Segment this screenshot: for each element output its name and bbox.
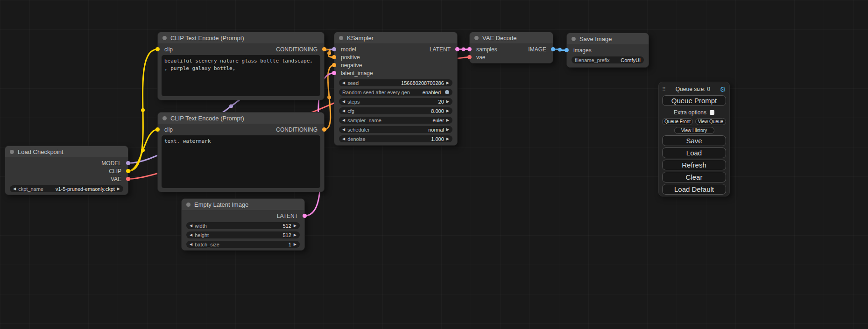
node-collapse-dot[interactable] <box>339 36 343 40</box>
link-midpoint-dot <box>141 108 145 112</box>
slot-row: clip CONDITIONING <box>158 45 324 53</box>
widget-value: normal <box>428 127 444 133</box>
prev-arrow-icon[interactable]: ◀ <box>342 119 345 122</box>
decrement-arrow-icon[interactable]: ◀ <box>190 224 192 228</box>
positive-input-port[interactable] <box>332 55 336 59</box>
slot-label: samples <box>476 46 497 53</box>
node-collapse-dot[interactable] <box>162 116 167 120</box>
widget-value: 1 <box>289 242 291 247</box>
node-vae-decode[interactable]: VAE Decode samples IMAGE vae <box>469 32 553 63</box>
slot-label: MODEL <box>101 160 121 167</box>
increment-arrow-icon[interactable]: ▶ <box>446 137 449 141</box>
widget-seed[interactable]: ◀ seed 156680208700286 ▶ <box>339 79 452 86</box>
node-title-bar[interactable]: VAE Decode <box>470 32 553 43</box>
widget-batch-size[interactable]: ◀ batch_size 1 ▶ <box>186 241 300 248</box>
clip-output-port[interactable] <box>126 169 130 173</box>
increment-arrow-icon[interactable]: ▶ <box>294 233 296 237</box>
input-slot-latent-image: latent_image <box>334 69 457 77</box>
prompt-textarea[interactable]: beautiful scenery nature glass bottle la… <box>162 55 320 96</box>
widget-steps[interactable]: ◀ steps 20 ▶ <box>339 98 452 105</box>
widget-random-seed-toggle[interactable]: Random seed after every gen enabled <box>339 89 452 96</box>
settings-gear-icon[interactable]: ⚙ <box>720 86 726 93</box>
node-collapse-dot[interactable] <box>474 36 479 40</box>
vae-input-port[interactable] <box>467 55 472 59</box>
latent-image-input-port[interactable] <box>332 71 336 75</box>
clip-input-port[interactable] <box>155 127 160 132</box>
conditioning-output-port[interactable] <box>322 127 326 132</box>
increment-arrow-icon[interactable]: ▶ <box>446 100 449 104</box>
widget-label: height <box>195 232 209 238</box>
widget-value: 1.000 <box>431 136 444 142</box>
refresh-button[interactable]: Refresh <box>662 160 726 170</box>
clear-button[interactable]: Clear <box>662 172 726 182</box>
node-clip-text-encode-positive[interactable]: CLIP Text Encode (Prompt) clip CONDITION… <box>157 32 325 100</box>
node-ksampler[interactable]: KSampler model LATENT positive negative … <box>334 32 458 146</box>
node-collapse-dot[interactable] <box>186 203 191 207</box>
decrement-arrow-icon[interactable]: ◀ <box>342 109 345 113</box>
slot-label: IMAGE <box>528 46 546 53</box>
next-arrow-icon[interactable]: ▶ <box>446 119 449 122</box>
conditioning-output-port[interactable] <box>322 47 326 51</box>
queue-prompt-button[interactable]: Queue Prompt <box>662 95 726 106</box>
save-button[interactable]: Save <box>662 135 726 146</box>
node-title-bar[interactable]: Save Image <box>567 33 649 44</box>
node-title-bar[interactable]: CLIP Text Encode (Prompt) <box>158 112 324 124</box>
negative-input-port[interactable] <box>332 63 336 67</box>
samples-input-port[interactable] <box>467 47 472 51</box>
seed-toggle-dot[interactable] <box>445 90 449 94</box>
node-title-bar[interactable]: KSampler <box>334 32 457 43</box>
prev-arrow-icon[interactable]: ◀ <box>342 128 345 132</box>
node-load-checkpoint[interactable]: Load Checkpoint MODEL CLIP VAE ◀ ckpt_na… <box>5 146 128 195</box>
widget-width[interactable]: ◀ width 512 ▶ <box>186 222 300 229</box>
widget-height[interactable]: ◀ height 512 ▶ <box>186 231 300 238</box>
node-collapse-dot[interactable] <box>10 150 14 154</box>
view-queue-button[interactable]: View Queue <box>695 118 726 125</box>
model-input-port[interactable] <box>332 47 336 51</box>
slot-row: clip CONDITIONING <box>158 126 324 133</box>
decrement-arrow-icon[interactable]: ◀ <box>190 243 192 246</box>
prev-arrow-icon[interactable]: ◀ <box>13 187 16 191</box>
latent-output-port[interactable] <box>303 214 307 218</box>
graph-canvas[interactable]: Load Checkpoint MODEL CLIP VAE ◀ ckpt_na… <box>0 0 868 329</box>
node-empty-latent-image[interactable]: Empty Latent Image LATENT ◀ width 512 ▶ … <box>181 198 305 251</box>
node-collapse-dot[interactable] <box>572 37 576 41</box>
latent-output-port[interactable] <box>455 47 459 51</box>
widget-sampler-name[interactable]: ◀ sampler_name euler ▶ <box>339 117 452 124</box>
node-title-bar[interactable]: Empty Latent Image <box>182 199 304 210</box>
increment-arrow-icon[interactable]: ▶ <box>294 224 296 228</box>
queue-front-button[interactable]: Queue Front <box>662 118 693 125</box>
widget-ckpt-name[interactable]: ◀ ckpt_name v1-5-pruned-emaonly.ckpt ▶ <box>10 185 123 192</box>
vae-output-port[interactable] <box>126 177 130 181</box>
clip-input-port[interactable] <box>155 47 160 51</box>
view-history-button[interactable]: View History <box>674 127 714 134</box>
next-arrow-icon[interactable]: ▶ <box>446 128 449 132</box>
node-title-bar[interactable]: CLIP Text Encode (Prompt) <box>158 32 324 43</box>
next-arrow-icon[interactable]: ▶ <box>117 187 120 191</box>
increment-arrow-icon[interactable]: ▶ <box>446 81 449 85</box>
increment-arrow-icon[interactable]: ▶ <box>294 243 296 246</box>
drag-handle-icon[interactable]: ⠿ <box>662 86 666 92</box>
node-title-bar[interactable]: Load Checkpoint <box>5 146 128 157</box>
images-input-port[interactable] <box>565 48 569 52</box>
link-midpoint-dot <box>327 96 331 99</box>
node-title: Empty Latent Image <box>194 201 248 208</box>
widget-filename-prefix[interactable]: filename_prefix ComfyUI <box>572 56 644 63</box>
widget-denoise[interactable]: ◀ denoise 1.000 ▶ <box>339 135 452 142</box>
widget-scheduler[interactable]: ◀ scheduler normal ▶ <box>339 126 452 133</box>
decrement-arrow-icon[interactable]: ◀ <box>342 137 345 141</box>
widget-cfg[interactable]: ◀ cfg 8.000 ▶ <box>339 107 452 114</box>
node-collapse-dot[interactable] <box>162 36 167 40</box>
load-button[interactable]: Load <box>662 147 726 158</box>
model-output-port[interactable] <box>126 161 130 165</box>
extra-options-checkbox[interactable] <box>710 110 714 115</box>
prompt-textarea[interactable]: text, watermark <box>162 135 320 188</box>
node-save-image[interactable]: Save Image images filename_prefix ComfyU… <box>566 33 649 68</box>
decrement-arrow-icon[interactable]: ◀ <box>190 233 192 237</box>
slot-label: LATENT <box>277 213 298 219</box>
increment-arrow-icon[interactable]: ▶ <box>446 109 449 113</box>
image-output-port[interactable] <box>551 47 555 51</box>
node-clip-text-encode-negative[interactable]: CLIP Text Encode (Prompt) clip CONDITION… <box>157 112 325 192</box>
decrement-arrow-icon[interactable]: ◀ <box>342 81 345 85</box>
load-default-button[interactable]: Load Default <box>662 184 726 195</box>
decrement-arrow-icon[interactable]: ◀ <box>342 100 345 104</box>
